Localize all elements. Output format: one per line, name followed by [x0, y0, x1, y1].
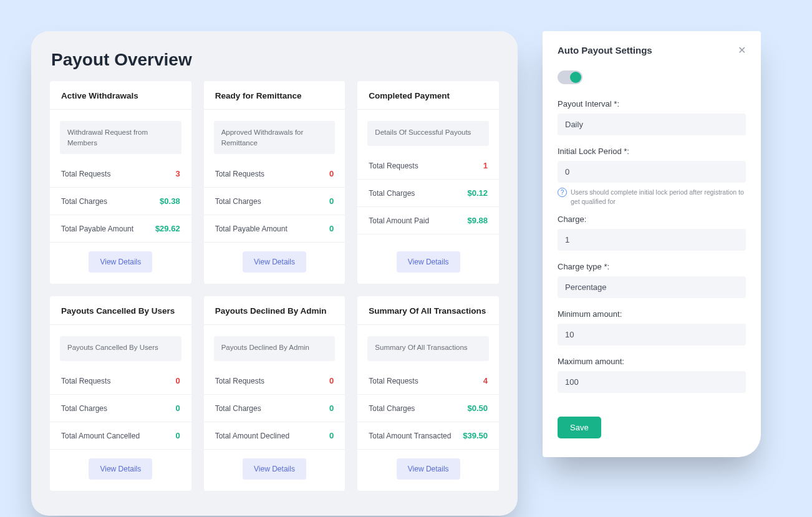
- card-title: Ready for Remittance: [204, 81, 346, 110]
- stat-label: Total Amount Transacted: [369, 432, 451, 440]
- stat-label: Total Charges: [215, 404, 261, 413]
- max-amount-input[interactable]: [558, 371, 746, 393]
- stat-label: Total Payable Amount: [215, 225, 288, 233]
- initial-lock-label: Initial Lock Period *:: [558, 147, 746, 156]
- stat-label: Total Requests: [369, 377, 418, 385]
- stat-value: $9.88: [467, 216, 488, 225]
- card-title: Summary Of All Transactions: [357, 296, 499, 325]
- stat-row: Total Requests0: [50, 367, 191, 395]
- stat-value: 0: [329, 376, 334, 385]
- stat-label: Total Requests: [215, 377, 264, 385]
- card-description: Details Of Successful Payouts: [367, 121, 489, 146]
- stat-label: Total Charges: [61, 404, 107, 413]
- card-title: Completed Payment: [357, 81, 499, 110]
- card-description: Payouts Declined By Admin: [214, 336, 336, 361]
- stat-value: 0: [175, 431, 180, 440]
- stat-value: $0.38: [160, 196, 180, 206]
- stat-label: Total Amount Cancelled: [61, 432, 140, 440]
- stat-row: Total Charges$0.38: [50, 188, 191, 215]
- charge-input[interactable]: [558, 229, 746, 251]
- stat-value: 1: [483, 161, 488, 170]
- card-description: Withdrawal Request from Members: [60, 121, 181, 154]
- help-text: Users should complete initial lock perio…: [571, 188, 746, 206]
- stat-row: Total Requests0: [204, 160, 346, 188]
- stat-value: $0.12: [467, 188, 488, 198]
- stat-value: $0.50: [467, 403, 488, 413]
- stat-row: Total Requests0: [204, 367, 346, 395]
- payout-interval-label: Payout Interval *:: [558, 99, 746, 109]
- stat-value: 4: [483, 376, 488, 385]
- payout-card: Payouts Cancelled By UsersPayouts Cancel…: [50, 296, 191, 491]
- auto-payout-settings-panel: Auto Payout Settings ✕ Payout Interval *…: [543, 31, 761, 457]
- stat-label: Total Amount Declined: [215, 432, 289, 440]
- stat-row: Total Charges0: [204, 188, 346, 215]
- stat-value: 3: [175, 169, 180, 178]
- stat-value: 0: [175, 403, 180, 413]
- min-amount-label: Minimum amount:: [558, 309, 746, 319]
- stat-label: Total Charges: [369, 189, 415, 198]
- stat-label: Total Payable Amount: [61, 225, 133, 233]
- card-title: Payouts Declined By Admin: [204, 296, 346, 325]
- stat-value: 0: [329, 224, 334, 233]
- initial-lock-input[interactable]: [558, 161, 746, 183]
- card-title: Payouts Cancelled By Users: [50, 296, 191, 325]
- stat-row: Total Amount Cancelled0: [50, 422, 191, 450]
- stat-row: Total Requests4: [357, 367, 499, 395]
- stat-label: Total Requests: [61, 377, 110, 385]
- view-details-button[interactable]: View Details: [89, 458, 152, 480]
- settings-title: Auto Payout Settings: [558, 45, 652, 56]
- stat-label: Total Charges: [369, 404, 415, 413]
- stat-label: Total Requests: [61, 170, 110, 178]
- stat-value: $39.50: [463, 431, 488, 440]
- stat-row: Total Charges$0.12: [357, 180, 499, 207]
- stat-value: 0: [329, 403, 334, 413]
- stat-label: Total Amount Paid: [369, 216, 429, 225]
- auto-payout-toggle[interactable]: [558, 70, 582, 84]
- stat-value: 0: [175, 376, 180, 385]
- view-details-button[interactable]: View Details: [89, 251, 152, 273]
- charge-type-input[interactable]: [558, 276, 746, 298]
- card-description: Approved Withdrawals for Remittance: [214, 121, 336, 154]
- view-details-button[interactable]: View Details: [397, 458, 460, 480]
- payout-card: Active WithdrawalsWithdrawal Request fro…: [50, 81, 191, 284]
- stat-row: Total Payable Amount0: [204, 215, 346, 243]
- payout-overview-panel: Payout Overview Active WithdrawalsWithdr…: [31, 31, 518, 516]
- payout-interval-input[interactable]: [558, 114, 746, 135]
- card-title: Active Withdrawals: [50, 81, 191, 110]
- close-icon[interactable]: ✕: [738, 46, 746, 56]
- stat-label: Total Charges: [215, 197, 261, 206]
- toggle-knob: [570, 72, 581, 83]
- stat-row: Total Charges0: [50, 395, 191, 422]
- page-title: Payout Overview: [51, 50, 499, 70]
- stat-value: $29.62: [155, 224, 180, 233]
- stat-row: Total Amount Transacted$39.50: [357, 422, 499, 450]
- save-button[interactable]: Save: [558, 417, 601, 438]
- stat-row: Total Requests1: [357, 152, 499, 180]
- stat-label: Total Requests: [369, 162, 418, 170]
- card-description: Summary Of All Transactions: [367, 336, 489, 361]
- stat-row: Total Amount Paid$9.88: [357, 207, 499, 234]
- card-description: Payouts Cancelled By Users: [60, 336, 181, 361]
- view-details-button[interactable]: View Details: [243, 251, 306, 273]
- max-amount-label: Maximum amount:: [558, 357, 746, 366]
- view-details-button[interactable]: View Details: [397, 251, 460, 273]
- stat-label: Total Requests: [215, 170, 264, 178]
- payout-card: Summary Of All TransactionsSummary Of Al…: [357, 296, 499, 491]
- stat-value: 0: [329, 169, 334, 178]
- stat-row: Total Charges$0.50: [357, 395, 499, 422]
- stat-label: Total Charges: [61, 197, 107, 206]
- stat-row: Total Amount Declined0: [204, 422, 346, 450]
- payout-card: Payouts Declined By AdminPayouts Decline…: [204, 296, 346, 491]
- stat-value: 0: [329, 196, 334, 206]
- payout-card: Completed PaymentDetails Of Successful P…: [357, 81, 499, 284]
- stat-row: Total Payable Amount$29.62: [50, 215, 191, 243]
- help-icon: ?: [558, 188, 567, 197]
- stat-row: Total Charges0: [204, 395, 346, 422]
- charge-type-label: Charge type *:: [558, 262, 746, 271]
- payout-card: Ready for RemittanceApproved Withdrawals…: [204, 81, 346, 284]
- cards-grid: Active WithdrawalsWithdrawal Request fro…: [50, 81, 499, 491]
- stat-value: 0: [329, 431, 334, 440]
- min-amount-input[interactable]: [558, 324, 746, 345]
- view-details-button[interactable]: View Details: [243, 458, 306, 480]
- stat-row: Total Requests3: [50, 160, 191, 188]
